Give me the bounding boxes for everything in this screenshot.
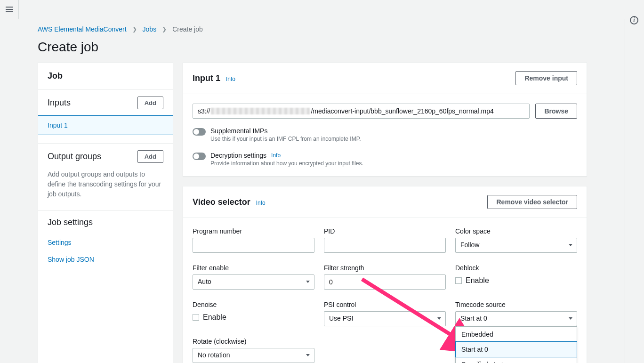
sidebar-job-settings-label: Job settings [48,218,93,227]
page-title: Create job [38,40,587,55]
decryption-label: Decryption settings [210,152,266,159]
video-selector-info-link[interactable]: Info [256,200,266,206]
sidebar-show-json-link[interactable]: Show job JSON [38,251,173,268]
color-space-label: Color space [455,227,577,235]
remove-video-selector-button[interactable]: Remove video selector [487,195,577,209]
timecode-option-embedded[interactable]: Embedded [456,327,577,342]
pid-input[interactable] [324,238,446,253]
filter-strength-input[interactable] [324,274,446,290]
breadcrumb-current: Create job [172,25,203,33]
color-space-select[interactable]: Follow [455,238,577,253]
breadcrumb: AWS Elemental MediaConvert ❯ Jobs ❯ Crea… [38,19,587,40]
sidebar-output-groups-label: Output groups [48,152,101,161]
input-url-field[interactable]: s3:// /mediaconvert-input/bbb_sunflower_… [193,104,530,119]
decryption-toggle[interactable] [193,153,206,160]
denoise-checkbox[interactable] [193,314,199,321]
sidebar-job-header: Job [38,63,173,89]
deblock-enable-label: Enable [466,276,489,285]
add-output-group-button[interactable]: Add [137,150,163,163]
sidebar-item-input-1[interactable]: Input 1 [38,115,173,135]
hamburger-menu[interactable] [0,0,19,19]
video-selector-panel: Video selector Info Remove video selecto… [183,186,587,363]
supplemental-imps-label: Supplemental IMPs [210,127,577,135]
chevron-right-icon: ❯ [162,26,167,32]
timecode-source-select[interactable]: Start at 0 [455,311,577,326]
input-info-link[interactable]: Info [226,76,235,82]
video-selector-title: Video selector [193,197,250,207]
denoise-enable-label: Enable [203,313,226,322]
add-input-button[interactable]: Add [137,97,163,109]
filter-enable-label: Filter enable [193,264,314,272]
supplemental-imps-desc: Use this if your input is an IMF CPL fro… [210,136,577,142]
input-panel: Input 1 Info Remove input s3:// /mediaco… [183,62,587,177]
sidebar-output-groups-desc: Add output groups and outputs to define … [38,169,173,210]
browse-button[interactable]: Browse [535,104,577,119]
filter-strength-label: Filter strength [324,264,446,272]
deblock-checkbox[interactable] [455,277,462,284]
hamburger-icon [6,7,13,12]
sidebar-inputs-label: Inputs [48,98,71,108]
program-number-input[interactable] [193,238,314,253]
decryption-info-link[interactable]: Info [271,152,281,159]
psi-control-label: PSI control [324,301,446,308]
remove-input-button[interactable]: Remove input [515,71,577,85]
deblock-label: Deblock [455,264,577,272]
sidebar-settings-link[interactable]: Settings [38,234,173,251]
denoise-label: Denoise [193,301,314,308]
timecode-source-label: Timecode source [455,301,577,308]
redacted-bucket [211,108,310,114]
sidebar: Job Inputs Add Input 1 Output groups Add… [38,62,173,363]
timecode-source-dropdown: Embedded Start at 0 Specified start [455,326,577,363]
program-number-label: Program number [193,227,314,235]
timecode-option-specified[interactable]: Specified start [456,357,577,363]
breadcrumb-jobs[interactable]: Jobs [143,25,157,33]
page-info-icon[interactable]: i [630,15,639,24]
pid-label: PID [324,227,446,235]
rotate-select[interactable]: No rotation [193,348,314,363]
chevron-right-icon: ❯ [132,26,137,32]
rotate-label: Rotate (clockwise) [193,338,314,345]
timecode-option-start-at-0[interactable]: Start at 0 [455,341,577,357]
supplemental-imps-toggle[interactable] [193,128,206,136]
breadcrumb-root[interactable]: AWS Elemental MediaConvert [38,25,127,33]
decryption-desc: Provide information about how you encryp… [210,160,577,167]
filter-enable-select[interactable]: Auto [193,274,314,290]
psi-control-select[interactable]: Use PSI [324,311,446,326]
input-panel-title: Input 1 [193,73,220,83]
